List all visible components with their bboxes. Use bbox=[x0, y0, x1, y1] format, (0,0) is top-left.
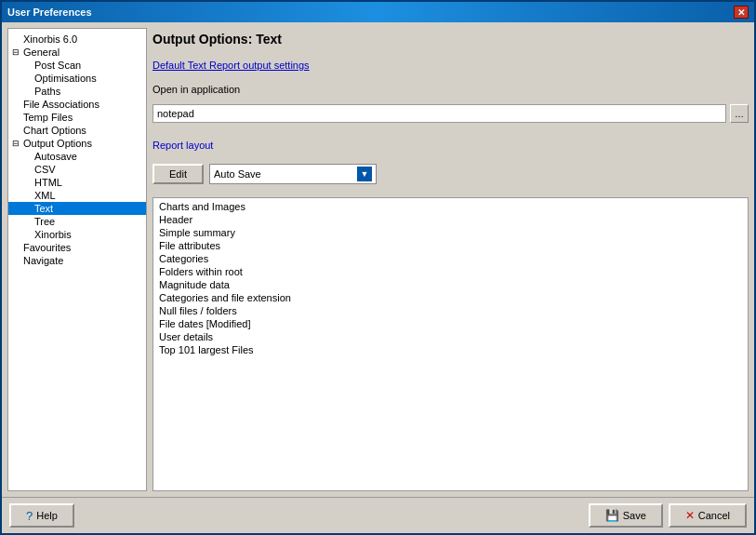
list-item[interactable]: Charts and Images bbox=[155, 200, 746, 213]
sidebar-item-label: Favourites bbox=[23, 242, 71, 253]
save-icon: 💾 bbox=[605, 509, 619, 522]
sidebar-item-label: Xinorbis bbox=[34, 229, 72, 240]
panel-title: Output Options: Text bbox=[153, 28, 749, 52]
sidebar: Xinorbis 6.0⊟GeneralPost ScanOptimisatio… bbox=[7, 28, 147, 491]
open-in-app-label: Open in application bbox=[153, 84, 749, 95]
sidebar-item-label: Chart Options bbox=[23, 125, 86, 136]
sidebar-item-label: General bbox=[23, 47, 60, 58]
list-item[interactable]: Folders within root bbox=[155, 265, 746, 278]
main-panel: Output Options: Text Default Text Report… bbox=[153, 28, 749, 491]
sidebar-item-post-scan[interactable]: Post Scan bbox=[8, 59, 146, 72]
list-item[interactable]: File attributes bbox=[155, 239, 746, 252]
sidebar-item-chart-options[interactable]: Chart Options bbox=[8, 124, 146, 137]
open-in-app-input[interactable] bbox=[153, 104, 726, 123]
help-icon: ? bbox=[26, 509, 33, 523]
sidebar-item-label: File Associations bbox=[23, 99, 99, 110]
sidebar-item-general[interactable]: ⊟General bbox=[8, 46, 146, 59]
content-area: Xinorbis 6.0⊟GeneralPost ScanOptimisatio… bbox=[2, 22, 754, 497]
sidebar-item-label: Output Options bbox=[23, 138, 92, 149]
dropdown-value: Auto Save bbox=[214, 168, 261, 180]
window: User Preferences ✕ Xinorbis 6.0⊟GeneralP… bbox=[0, 0, 756, 535]
list-item[interactable]: Null files / folders bbox=[155, 304, 746, 317]
sidebar-item-temp-files[interactable]: Temp Files bbox=[8, 111, 146, 124]
expand-icon: ⊟ bbox=[12, 139, 21, 148]
edit-button[interactable]: Edit bbox=[153, 164, 204, 184]
sidebar-item-output-options[interactable]: ⊟Output Options bbox=[8, 137, 146, 150]
dropdown[interactable]: Auto Save ▼ bbox=[209, 164, 377, 184]
sidebar-item-paths[interactable]: Paths bbox=[8, 85, 146, 98]
help-label: Help bbox=[36, 510, 58, 521]
sidebar-item-label: Navigate bbox=[23, 255, 63, 266]
browse-button[interactable]: … bbox=[730, 104, 749, 123]
list-area: Charts and ImagesHeaderSimple summaryFil… bbox=[153, 197, 749, 491]
sidebar-item-csv[interactable]: CSV bbox=[8, 163, 146, 176]
footer-right: 💾 Save ✕ Cancel bbox=[589, 503, 747, 528]
list-item[interactable]: Simple summary bbox=[155, 226, 746, 239]
report-items-list[interactable]: Charts and ImagesHeaderSimple summaryFil… bbox=[153, 197, 749, 491]
close-button[interactable]: ✕ bbox=[734, 6, 749, 19]
sidebar-item-tree[interactable]: Tree bbox=[8, 215, 146, 228]
save-button[interactable]: 💾 Save bbox=[589, 503, 663, 528]
title-bar: User Preferences ✕ bbox=[2, 2, 754, 22]
list-item[interactable]: User details bbox=[155, 330, 746, 343]
save-label: Save bbox=[623, 510, 646, 521]
sidebar-item-label: Paths bbox=[34, 86, 60, 97]
list-item[interactable]: File dates [Modified] bbox=[155, 317, 746, 330]
list-item[interactable]: Header bbox=[155, 213, 746, 226]
cancel-button[interactable]: ✕ Cancel bbox=[669, 503, 747, 528]
sidebar-item-navigate[interactable]: Navigate bbox=[8, 254, 146, 267]
list-item[interactable]: Categories and file extension bbox=[155, 291, 746, 304]
sidebar-item-label: XML bbox=[34, 190, 56, 201]
sidebar-item-label: Xinorbis 6.0 bbox=[23, 33, 77, 45]
sidebar-item-xml[interactable]: XML bbox=[8, 189, 146, 202]
cancel-icon: ✕ bbox=[685, 509, 695, 522]
open-in-app-row: … bbox=[153, 104, 749, 123]
sidebar-item-label: Optimisations bbox=[34, 73, 97, 84]
section-link[interactable]: Default Text Report output settings bbox=[153, 60, 749, 71]
cancel-label: Cancel bbox=[698, 510, 730, 521]
expand-icon: ⊟ bbox=[12, 47, 21, 57]
sidebar-item-label: Tree bbox=[34, 216, 55, 227]
sidebar-item-autosave[interactable]: Autosave bbox=[8, 150, 146, 163]
sidebar-item-label: Temp Files bbox=[23, 112, 73, 123]
sidebar-item-file-associations[interactable]: File Associations bbox=[8, 98, 146, 111]
sidebar-item-xinorbis-6.0[interactable]: Xinorbis 6.0 bbox=[8, 33, 146, 46]
list-item[interactable]: Categories bbox=[155, 252, 746, 265]
report-controls: Edit Auto Save ▼ bbox=[153, 164, 749, 184]
sidebar-item-optimisations[interactable]: Optimisations bbox=[8, 72, 146, 85]
dropdown-arrow-icon: ▼ bbox=[357, 167, 372, 181]
help-button[interactable]: ? Help bbox=[9, 503, 74, 528]
sidebar-item-text[interactable]: Text bbox=[8, 202, 146, 215]
sidebar-item-label: CSV bbox=[34, 164, 56, 175]
sidebar-item-label: Text bbox=[34, 203, 53, 214]
sidebar-item-label: Autosave bbox=[34, 151, 77, 162]
list-item[interactable]: Magnitude data bbox=[155, 278, 746, 291]
sidebar-item-xinorbis[interactable]: Xinorbis bbox=[8, 228, 146, 241]
footer: ? Help 💾 Save ✕ Cancel bbox=[2, 497, 754, 533]
window-title: User Preferences bbox=[7, 7, 92, 18]
list-item[interactable]: Top 101 largest Files bbox=[155, 343, 746, 356]
sidebar-item-label: HTML bbox=[34, 177, 62, 188]
sidebar-item-html[interactable]: HTML bbox=[8, 176, 146, 189]
report-layout-label: Report layout bbox=[153, 140, 749, 151]
sidebar-item-label: Post Scan bbox=[34, 60, 81, 71]
sidebar-item-favourites[interactable]: Favourites bbox=[8, 241, 146, 254]
